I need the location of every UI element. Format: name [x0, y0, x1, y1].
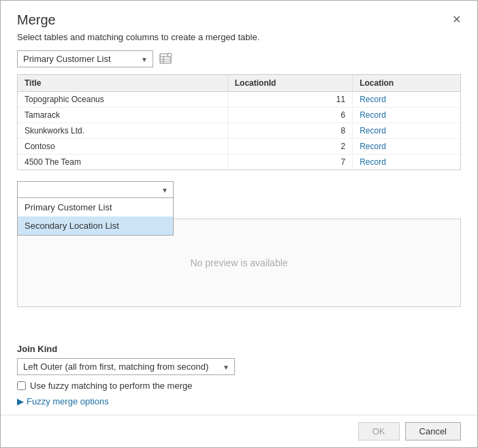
dialog-subtitle: Select tables and matching columns to cr…	[1, 32, 477, 50]
table-row: Contoso 2 Record	[18, 139, 460, 155]
join-kind-label: Join Kind	[17, 344, 461, 354]
fuzzy-checkbox[interactable]	[17, 381, 26, 390]
dropdown-option-primary[interactable]: Primary Customer List	[18, 198, 173, 217]
cell-title: 4500 The Team	[18, 155, 227, 170]
table-preview-icon[interactable]: +	[159, 52, 172, 69]
primary-table-container: Title LocationId Location Topographic Oc…	[17, 74, 461, 170]
dialog-footer: OK Cancel	[1, 415, 477, 447]
col-title: Title	[18, 75, 227, 92]
fuzzy-options-label: Fuzzy merge options	[27, 396, 109, 406]
join-kind-dropdown[interactable]: Left Outer (all from first, matching fro…	[17, 358, 235, 375]
cell-title: Skunkworks Ltd.	[18, 123, 227, 139]
cell-location: Record	[353, 108, 460, 123]
table-row: 4500 The Team 7 Record	[18, 155, 460, 170]
ok-button[interactable]: OK	[358, 422, 400, 441]
cell-locationid: 11	[227, 92, 352, 108]
cell-location: Record	[353, 139, 460, 155]
cancel-button[interactable]: Cancel	[405, 422, 461, 441]
cell-location: Record	[353, 123, 460, 139]
cell-locationid: 6	[227, 108, 352, 123]
secondary-dropdown-wrapper: Primary Customer List Secondary Location…	[17, 181, 174, 198]
secondary-dropdown-container: Primary Customer List Secondary Location…	[17, 181, 461, 198]
record-link[interactable]: Record	[360, 95, 386, 104]
table-row: Skunkworks Ltd. 8 Record	[18, 123, 460, 139]
join-kind-dropdown-wrapper: Left Outer (all from first, matching fro…	[17, 358, 235, 375]
cell-locationid: 8	[227, 123, 352, 139]
content-area: Primary Customer List Secondary Location…	[1, 50, 477, 336]
table-row: Topographic Oceanus 11 Record	[18, 92, 460, 108]
primary-table-section: Primary Customer List Secondary Location…	[17, 50, 461, 69]
fuzzy-checkbox-label: Use fuzzy matching to perform the merge	[30, 381, 192, 391]
cell-location: Record	[353, 92, 460, 108]
record-link[interactable]: Record	[360, 142, 386, 151]
primary-table-dropdown[interactable]: Primary Customer List Secondary Location…	[17, 50, 153, 67]
cell-location: Record	[353, 155, 460, 170]
table-row: Tamarack 6 Record	[18, 108, 460, 123]
primary-table: Title LocationId Location Topographic Oc…	[18, 75, 460, 170]
record-link[interactable]: Record	[360, 110, 386, 120]
close-button[interactable]: ✕	[447, 12, 466, 28]
cell-title: Tamarack	[18, 108, 227, 123]
record-link[interactable]: Record	[360, 126, 386, 135]
title-bar: Merge ✕	[1, 1, 477, 32]
fuzzy-options-link[interactable]: ▶ Fuzzy merge options	[17, 396, 461, 406]
secondary-table-section: Primary Customer List Secondary Location…	[17, 181, 461, 307]
bottom-section: Join Kind Left Outer (all from first, ma…	[1, 336, 477, 415]
primary-dropdown-wrapper: Primary Customer List Secondary Location…	[17, 50, 153, 67]
cell-title: Topographic Oceanus	[18, 92, 227, 108]
secondary-dropdown-menu: Primary Customer List Secondary Location…	[17, 198, 174, 236]
fuzzy-checkbox-row: Use fuzzy matching to perform the merge	[17, 381, 461, 391]
secondary-table-dropdown[interactable]: Primary Customer List Secondary Location…	[17, 181, 174, 198]
preview-text: No preview is available	[190, 257, 287, 268]
cell-locationid: 7	[227, 155, 352, 170]
col-location: Location	[353, 75, 460, 92]
record-link[interactable]: Record	[360, 157, 386, 167]
cell-locationid: 2	[227, 139, 352, 155]
chevron-right-icon: ▶	[17, 396, 24, 406]
dropdown-option-secondary[interactable]: Secondary Location List	[18, 217, 173, 235]
cell-title: Contoso	[18, 139, 227, 155]
col-locationid: LocationId	[227, 75, 352, 92]
merge-dialog: Merge ✕ Select tables and matching colum…	[0, 0, 478, 448]
dialog-title: Merge	[17, 12, 56, 28]
